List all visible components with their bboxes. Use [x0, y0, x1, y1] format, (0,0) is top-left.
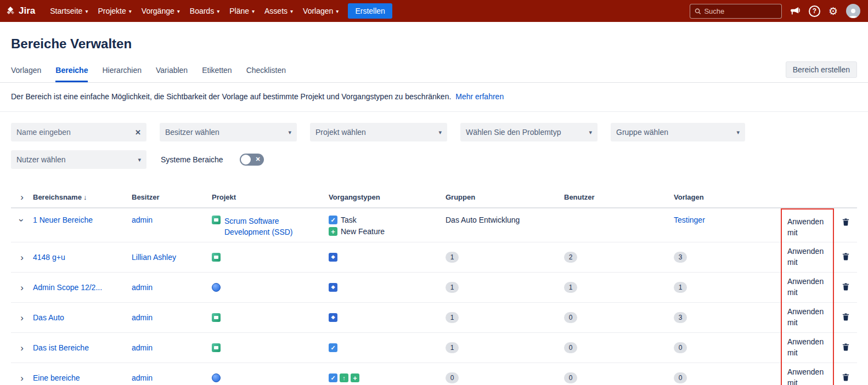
system-scopes-toggle[interactable]: ✕ — [240, 154, 264, 166]
nav-item-plaene[interactable]: Pläne▾ — [224, 0, 260, 22]
nav-item-vorgaenge[interactable]: Vorgänge▾ — [137, 0, 185, 22]
collapse-row-chevron-icon[interactable]: › — [17, 219, 26, 222]
scope-name-link[interactable]: Admin Scope 12/2... — [33, 283, 102, 292]
owner-link[interactable]: admin — [132, 283, 153, 292]
gear-icon[interactable]: ⚙ — [828, 6, 838, 16]
chevron-down-icon: ▾ — [736, 129, 740, 136]
table-row: › Admin Scope 12/2... admin ❖ 1 1 1 Anwe… — [11, 273, 857, 303]
task-icon: ✓ — [329, 343, 337, 352]
scope-name-link[interactable]: 1 Neuer Bereiche — [33, 216, 93, 224]
trash-icon — [842, 313, 850, 321]
tab-variablen[interactable]: Variablen — [156, 60, 188, 82]
help-icon[interactable]: ? — [809, 5, 820, 17]
apply-with-link[interactable]: Anwenden mit — [787, 276, 827, 298]
main-navigation: Startseite▾ Projekte▾ Vorgänge▾ Boards▾ … — [45, 0, 343, 22]
nav-item-startseite[interactable]: Startseite▾ — [45, 0, 93, 22]
story-icon: ❖ — [329, 283, 337, 292]
owner-select[interactable]: Besitzer wählen ▾ — [160, 123, 297, 141]
filter-panel: ✕ Besitzer wählen ▾ Projekt wählen ▾ Wäh… — [0, 112, 868, 181]
tab-bereiche[interactable]: Bereiche — [55, 60, 88, 82]
tab-checklisten[interactable]: Checklisten — [246, 60, 286, 82]
trash-icon — [842, 218, 850, 226]
delete-scope-button[interactable] — [839, 310, 852, 325]
task-icon: ✓ — [329, 216, 337, 224]
nav-item-projekte[interactable]: Projekte▾ — [93, 0, 136, 22]
tab-hierarchien[interactable]: Hierarchien — [102, 60, 142, 82]
scope-name-link[interactable]: 4148 g+u — [33, 253, 65, 262]
chevron-down-icon: ▾ — [129, 8, 132, 14]
expand-row-chevron-icon[interactable]: › — [20, 313, 24, 322]
owner-link[interactable]: admin — [132, 343, 153, 352]
delete-scope-button[interactable] — [839, 250, 852, 264]
avatar[interactable] — [846, 4, 860, 18]
owner-link[interactable]: admin — [132, 373, 153, 382]
project-icon-globe — [212, 283, 221, 292]
description-text: Der Bereich ist eine einfache Möglichkei… — [11, 92, 451, 101]
search-box[interactable] — [690, 4, 782, 19]
table-row: › 4148 g+u Lillian Ashley ❖ 1 2 3 Anwend… — [11, 242, 857, 273]
nav-item-boards[interactable]: Boards▾ — [185, 0, 224, 22]
scope-name-link[interactable]: Das ist Bereiche — [33, 343, 89, 352]
tab-etiketten[interactable]: Etiketten — [202, 60, 232, 82]
announcement-icon[interactable] — [790, 6, 801, 16]
clear-icon[interactable]: ✕ — [135, 128, 141, 137]
expand-all-chevron-icon[interactable]: › — [20, 192, 24, 202]
delete-scope-button[interactable] — [839, 216, 852, 230]
scope-name-link[interactable]: Eine bereiche — [33, 373, 80, 382]
create-scope-button[interactable]: Bereich erstellen — [786, 61, 857, 78]
table-header-row: › Bereichsname↓ Besitzer Projekt Vorgang… — [11, 186, 857, 208]
issuetype-select[interactable]: Wählen Sie den Problemtyp ▾ — [460, 123, 598, 141]
apply-with-link[interactable]: Anwenden mit — [787, 307, 827, 328]
toggle-knob — [241, 155, 251, 165]
header-bereichsname[interactable]: Bereichsname↓ — [33, 193, 132, 201]
expand-row-chevron-icon[interactable]: › — [20, 253, 24, 262]
groups-count-badge: 1 — [446, 342, 459, 353]
template-link[interactable]: Testinger — [674, 216, 705, 224]
expand-row-chevron-icon[interactable]: › — [20, 283, 24, 292]
apply-with-link[interactable]: Anwenden mit — [787, 217, 827, 238]
new-feature-icon: + — [329, 227, 337, 236]
group-select[interactable]: Gruppe wählen ▾ — [611, 123, 745, 141]
delete-scope-button[interactable] — [839, 280, 852, 295]
header-besitzer: Besitzer — [132, 193, 212, 201]
delete-scope-button[interactable] — [839, 341, 852, 355]
apply-with-link[interactable]: Anwenden mit — [787, 337, 827, 358]
project-icon-globe — [212, 373, 221, 382]
top-navbar: Jira Startseite▾ Projekte▾ Vorgänge▾ Boa… — [0, 0, 868, 22]
project-select[interactable]: Projekt wählen ▾ — [310, 123, 447, 141]
nav-item-assets[interactable]: Assets▾ — [260, 0, 298, 22]
apply-with-link[interactable]: Anwenden mit — [787, 367, 827, 385]
system-scopes-label: Systeme Beraiche — [161, 155, 223, 164]
chevron-down-icon: ▾ — [589, 129, 592, 136]
delete-scope-button[interactable] — [839, 371, 852, 385]
name-filter-input[interactable] — [16, 128, 126, 137]
nav-item-vorlagen[interactable]: Vorlagen▾ — [298, 0, 343, 22]
jira-logo[interactable]: Jira — [5, 5, 35, 16]
scope-name-link[interactable]: Das Auto — [33, 313, 64, 322]
owner-link[interactable]: Lillian Ashley — [132, 253, 176, 262]
chevron-down-icon: ▾ — [290, 8, 293, 14]
templates-count-badge: 0 — [674, 372, 687, 383]
owner-link[interactable]: admin — [132, 313, 153, 322]
chevron-down-icon: ▾ — [138, 156, 141, 163]
users-count-badge: 2 — [564, 252, 577, 263]
story-icon: ❖ — [329, 253, 337, 262]
user-select[interactable]: Nutzer wählen ▾ — [11, 150, 146, 169]
improvement-icon: ↑ — [340, 373, 348, 382]
groups-count-badge: 1 — [446, 282, 459, 293]
search-input[interactable] — [704, 7, 777, 15]
expand-row-chevron-icon[interactable]: › — [20, 343, 24, 353]
table-row: › Eine bereiche admin ✓ ↑ + 0 0 0 Anwend… — [11, 363, 857, 385]
owner-link[interactable]: admin — [132, 216, 153, 224]
project-link[interactable]: Scrum Software Development (SSD) — [224, 216, 307, 238]
name-filter[interactable]: ✕ — [11, 123, 146, 141]
apply-with-link[interactable]: Anwenden mit — [787, 246, 827, 268]
table-row: › 1 Neuer Bereiche admin Scrum Software … — [11, 208, 857, 242]
task-icon: ✓ — [329, 373, 337, 382]
expand-row-chevron-icon[interactable]: › — [20, 373, 24, 383]
create-button[interactable]: Erstellen — [348, 3, 392, 19]
groups-count-badge: 1 — [446, 312, 459, 323]
project-icon-green — [212, 253, 221, 262]
tab-vorlagen[interactable]: Vorlagen — [11, 60, 41, 82]
learn-more-link[interactable]: Mehr erfahren — [455, 92, 504, 101]
